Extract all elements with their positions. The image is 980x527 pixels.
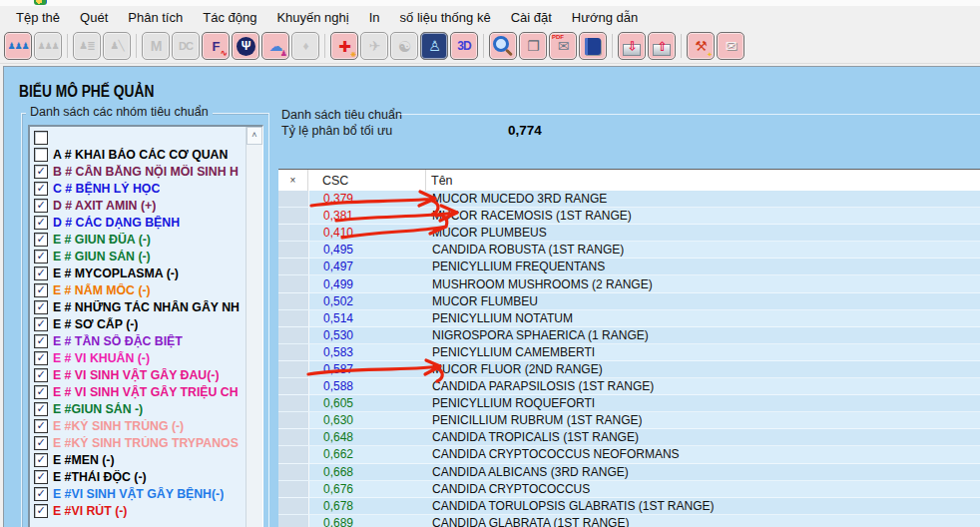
menu-item[interactable]: Tệp thẻ [6, 8, 70, 27]
csc-value: 0,605 [309, 396, 427, 410]
consultation-icon[interactable]: ☁♟ [261, 32, 289, 60]
patients-group-icon[interactable]: ♟♟♟ [4, 32, 32, 60]
table-row[interactable]: 0,495CANDIDA ROBUSTA (1ST RANGE) [278, 242, 980, 259]
table-row[interactable]: 0,676CANDIDA CRYPTOCOCCUS [278, 481, 980, 498]
settings-tools-icon[interactable]: ⚒✦ [687, 32, 715, 60]
checkbox[interactable]: ✓ [34, 182, 48, 196]
checkbox[interactable] [34, 131, 48, 145]
menu-item[interactable]: Tác động [193, 8, 266, 27]
group-item[interactable]: ✓E #GIUN SÁN -) [30, 400, 245, 417]
frequency-icon[interactable]: F∿ [202, 32, 230, 60]
group-item[interactable]: ✓E # GIUN SÁN (-) [30, 248, 245, 264]
import-data-icon[interactable]: ⇩ [618, 32, 646, 60]
table-row[interactable]: 0,497PENICYLLIUM FREQUENTANS [278, 259, 980, 275]
printer-icon[interactable]: ❐ [519, 32, 547, 60]
checkbox[interactable]: ✓ [34, 317, 48, 331]
table-row[interactable]: 0,410MUCOR PLUMBEUS [278, 225, 980, 242]
group-item[interactable]: ✓B # CÂN BẰNG NỘI MÔI SINH H [30, 163, 245, 180]
menu-item[interactable]: số liệu thống kê [390, 8, 501, 27]
checkbox[interactable]: ✓ [34, 266, 48, 280]
winged-mail-icon[interactable]: ✉ [717, 32, 744, 60]
scroll-up-icon[interactable]: ˄ [246, 127, 262, 145]
group-item[interactable]: ✓E # SƠ CẤP (-) [30, 315, 245, 332]
table-row[interactable]: 0,379MUCOR MUCEDO 3RD RANGE [278, 191, 980, 208]
checkbox[interactable]: ✓ [34, 470, 48, 484]
group-item-label: E # VI SINH VẬT GÂY ĐAU(-) [53, 368, 219, 382]
search-zoom-icon[interactable] [489, 32, 517, 60]
menu-item[interactable]: Khuyến nghị [266, 8, 358, 27]
nutrition-icon[interactable]: Ψ [232, 32, 259, 60]
group-item[interactable]: ✓E #KÝ SINH TRÙNG (-) [30, 417, 245, 434]
checkbox[interactable]: ✓ [34, 453, 48, 467]
table-row[interactable]: 0,668CANDIDA ALBICANS (3RD RANGE) [278, 464, 980, 481]
table-row[interactable]: 0,514PENICYLLIUM NOTATUM [278, 310, 980, 327]
pdf-export-icon[interactable]: ✉PDF [549, 32, 577, 60]
checkbox[interactable]: ✓ [34, 402, 48, 416]
dc-mode-icon: DC [172, 32, 200, 60]
table-row[interactable]: 0,530NIGROSPORA SPHAERICA (1 RANGE) [278, 327, 980, 344]
three-d-view-icon[interactable]: 3D [450, 32, 478, 60]
table-row[interactable]: 0,648CANDIDA TROPICALIS (1ST RANGE) [278, 429, 980, 446]
list-scrollbar[interactable]: ˄ ˅ [245, 127, 262, 527]
checkbox[interactable]: ✓ [34, 250, 48, 264]
table-row[interactable]: 0,502MUCOR FLUMBEU [278, 293, 980, 310]
checkbox[interactable]: ✓ [34, 419, 48, 433]
checkbox[interactable]: ✓ [34, 334, 48, 348]
checkbox[interactable]: ✓ [34, 487, 48, 501]
export-data-icon[interactable]: ⇧ [648, 32, 676, 60]
reference-book-icon[interactable] [579, 32, 607, 60]
menu-item[interactable]: Hướng dẫn [562, 8, 648, 27]
table-row[interactable]: 0,630PENICILLIUM RUBRUM (1ST RANGE) [278, 412, 980, 429]
group-item[interactable]: ✓E # NHỮNG TÁC NHÂN GÂY NH [30, 298, 245, 315]
table-row[interactable]: 0,588CANDIDA PARAPSILOSIS (1ST RANGE) [278, 378, 980, 395]
group-item[interactable]: ✓D # CÁC DẠNG BỆNH [30, 214, 245, 231]
group-item[interactable]: ✓E #VI RÚT (-) [30, 502, 245, 519]
group-item[interactable]: ✓E #MEN (-) [30, 451, 245, 468]
checkbox[interactable]: ✓ [34, 351, 48, 365]
checkbox[interactable]: ✓ [34, 368, 48, 382]
checkbox[interactable]: ✓ [34, 216, 48, 230]
table-row[interactable]: 0,587MUCOR FLUOR (2ND RANGE) [278, 361, 980, 378]
table-row[interactable]: 0,583PENICYLLIUM CAMEMBERTI [278, 344, 980, 361]
checkbox[interactable]: ✓ [34, 283, 48, 297]
group-item[interactable]: ✓E #VI SINH VẬT GÂY BỆNH(-) [30, 485, 245, 502]
group-item[interactable]: ✓E # VI SINH VẬT GÂY TRIỆU CH [30, 383, 245, 400]
menu-item[interactable]: Phân tích [118, 8, 193, 27]
group-item[interactable]: ✓E # NẤM MỐC (-) [30, 281, 245, 298]
csc-value: 0,668 [309, 465, 427, 479]
checkbox[interactable]: ✓ [34, 504, 48, 518]
checkbox[interactable]: ✓ [34, 436, 48, 450]
group-item[interactable]: ✓E #KÝ SINH TRÙNG TRYPANOS [30, 434, 245, 451]
group-item[interactable]: ✓D # AXIT AMIN (+) [30, 197, 245, 214]
csc-value: 0,381 [309, 209, 427, 223]
checkbox[interactable]: ✓ [34, 385, 48, 399]
checkbox[interactable]: ✓ [34, 165, 48, 179]
table-row[interactable]: 0,381MUCOR RACEMOSIS (1ST RANGE) [278, 208, 980, 225]
group-item[interactable]: ✓E # MYCOPLASMA (-) [30, 264, 245, 281]
criteria-list-label: Danh sách tiêu chuẩn [281, 108, 402, 122]
checkbox[interactable]: ✓ [34, 300, 48, 314]
group-item[interactable]: ✓E # VI SINH VẬT GÂY ĐAU(-) [30, 366, 245, 383]
menu-item[interactable]: In [359, 8, 390, 27]
group-item[interactable] [30, 129, 245, 146]
checkbox[interactable]: ✓ [34, 233, 48, 247]
csc-value: 0,410 [309, 226, 427, 240]
menu-item[interactable]: Cài đặt [501, 8, 562, 27]
first-aid-icon[interactable]: ✚❋ [330, 32, 358, 60]
group-item[interactable]: ✓E # VI KHUẨN (-) [30, 349, 245, 366]
table-row[interactable]: 0,689CANDIDA GLABRATA (1ST RANGE) [278, 515, 980, 527]
group-item[interactable]: ✓E #THẢI ĐỘC (-) [30, 468, 245, 485]
send-plane-icon: ✈ [360, 32, 388, 60]
group-item[interactable]: ✓E # GIUN ĐŨA (-) [30, 231, 245, 248]
xray-body-icon[interactable]: ♙ [420, 32, 448, 60]
checkbox[interactable] [34, 148, 48, 162]
table-row[interactable]: 0,499MUSHROOM MUSHROOMS (2 RANGE) [278, 275, 980, 292]
table-row[interactable]: 0,678CANDIDA TORULOPSIS GLABRATIS (1ST R… [278, 498, 980, 515]
table-row[interactable]: 0,662CANDIDA CRYPTOCOCCUS NEOFORMANS [278, 446, 980, 463]
group-item[interactable]: ✓E # TẦN SỐ ĐẶC BIỆT [30, 332, 245, 349]
table-row[interactable]: 0,605PENICYLLIUM ROQUEFORTI [278, 395, 980, 412]
menu-item[interactable]: Quét [70, 8, 118, 27]
checkbox[interactable]: ✓ [34, 199, 48, 213]
group-item[interactable]: ✓C # BỆNH LÝ HỌC [30, 180, 245, 197]
group-item[interactable]: A # KHAI BÁO CÁC CƠ QUAN [30, 146, 245, 163]
